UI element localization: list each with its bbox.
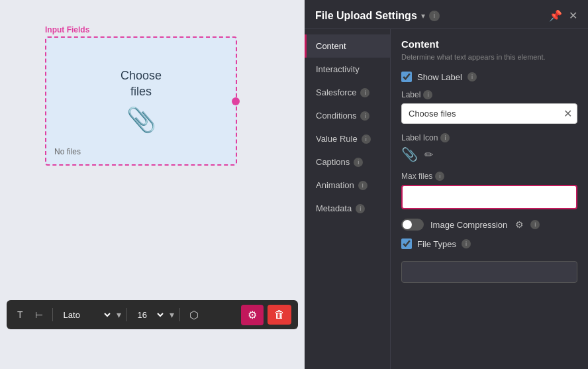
gear-small-icon: ⚙	[515, 219, 524, 230]
label-icon-section: Label Icon i 📎 ✏	[401, 133, 577, 162]
sidebar-item-animation[interactable]: Animation i	[305, 174, 390, 197]
file-types-input[interactable]	[401, 261, 577, 283]
max-files-info-icon[interactable]: i	[435, 172, 444, 181]
panel-header: File Upload Settings ▾ i 📌 ✕	[305, 0, 588, 29]
content-subtitle: Determine what text appears in this elem…	[401, 52, 577, 62]
metadata-badge: i	[356, 204, 365, 213]
align-icon: ⊢	[35, 309, 43, 320]
text-icon: T	[17, 309, 23, 320]
show-label-checkbox[interactable]	[401, 72, 412, 82]
max-files-input[interactable]	[403, 187, 575, 207]
chevron-down-icon-3[interactable]: ▾	[421, 11, 425, 21]
align-button[interactable]: ⊢	[31, 307, 47, 323]
toolbar-separator-2	[126, 308, 127, 321]
sidebar-item-metadata-label: Metadata	[316, 203, 352, 213]
file-types-checkbox[interactable]	[401, 238, 412, 249]
show-label-info-icon[interactable]: i	[467, 72, 477, 81]
sidebar-item-conditions[interactable]: Conditions i	[305, 104, 390, 127]
trash-icon: 🗑	[274, 309, 285, 320]
font-size-select[interactable]: 16 12 14 18 24	[132, 308, 166, 322]
label-input[interactable]	[401, 103, 577, 124]
image-compression-label: Image Compression	[430, 220, 507, 230]
text-type-button[interactable]: T	[13, 307, 27, 323]
sidebar-item-content[interactable]: Content	[305, 34, 390, 58]
panel-sidebar: Content Interactivity Salesforce i Condi…	[305, 29, 391, 369]
edit-icon-button[interactable]: ✏	[424, 148, 433, 161]
file-types-section: File Types i	[401, 238, 577, 283]
toggle-knob	[403, 220, 412, 229]
panel-title: File Upload Settings	[315, 10, 417, 22]
settings-button[interactable]: ⚙	[241, 305, 264, 325]
toolbar-separator-3	[179, 308, 180, 321]
file-upload-widget[interactable]: Choose files 📎 No files	[45, 36, 237, 166]
external-link-icon: ⬡	[189, 309, 199, 321]
label-icon-display-row: 📎 ✏	[401, 146, 577, 162]
image-compression-info-icon[interactable]: i	[530, 220, 540, 229]
sidebar-item-captions-label: Captions	[316, 157, 350, 167]
value-rule-badge: i	[362, 134, 371, 144]
sidebar-item-content-label: Content	[316, 41, 346, 51]
chevron-down-icon: ▾	[117, 309, 121, 320]
max-files-input-wrapper	[401, 185, 577, 209]
panel-header-icons: 📌 ✕	[549, 9, 577, 22]
conditions-badge: i	[360, 111, 369, 121]
widget-text: Choose files	[121, 68, 162, 99]
font-family-select[interactable]: Lato Arial Helvetica	[58, 308, 113, 322]
panel-title-row: File Upload Settings ▾ i	[315, 10, 440, 22]
show-label-row: Show Label i	[401, 72, 577, 82]
pin-icon-button[interactable]: 📌	[549, 9, 562, 22]
panel-info-icon[interactable]: i	[429, 11, 440, 21]
label-icon-info-icon[interactable]: i	[440, 133, 450, 142]
panel-content: Content Determine what text appears in t…	[391, 29, 588, 369]
panel-body: Content Interactivity Salesforce i Condi…	[305, 29, 588, 369]
sidebar-item-animation-label: Animation	[316, 180, 354, 190]
file-types-info-icon[interactable]: i	[462, 239, 471, 248]
sidebar-item-value-rule[interactable]: Value Rule i	[305, 127, 390, 150]
external-link-button[interactable]: ⬡	[185, 306, 203, 324]
sidebar-item-value-rule-label: Value Rule	[316, 134, 358, 144]
max-files-section: Max files i	[401, 172, 577, 209]
image-compression-row: Image Compression ⚙ i	[401, 219, 577, 231]
toolbar: T ⊢ Lato Arial Helvetica ▾ 16 12 14 18 2…	[7, 300, 298, 329]
sidebar-item-interactivity[interactable]: Interactivity	[305, 58, 390, 81]
gear-icon: ⚙	[248, 309, 257, 321]
chevron-down-icon-2: ▾	[170, 309, 174, 320]
sidebar-item-salesforce[interactable]: Salesforce i	[305, 81, 390, 104]
right-panel: File Upload Settings ▾ i 📌 ✕ Content Int…	[305, 0, 588, 369]
show-label-text: Show Label	[417, 72, 462, 82]
sidebar-item-conditions-label: Conditions	[316, 111, 356, 121]
label-info-icon[interactable]: i	[423, 90, 432, 99]
input-fields-label: Input Fields	[45, 25, 89, 34]
animation-badge: i	[358, 181, 368, 190]
sidebar-item-salesforce-label: Salesforce	[316, 87, 356, 97]
image-compression-toggle[interactable]	[401, 219, 424, 231]
sidebar-item-metadata[interactable]: Metadata i	[305, 197, 390, 220]
max-files-label-row: Max files i	[401, 172, 577, 181]
toolbar-separator-1	[52, 308, 53, 321]
paperclip-label-icon: 📎	[401, 146, 418, 162]
label-icon-label-row: Label Icon i	[401, 133, 577, 142]
close-button[interactable]: ✕	[569, 9, 577, 22]
file-types-row: File Types i	[401, 238, 577, 249]
max-files-label: Max files	[401, 172, 432, 181]
no-files-text: No files	[54, 147, 81, 156]
paperclip-icon: 📎	[126, 106, 156, 134]
label-icon-label: Label Icon	[401, 133, 438, 142]
salesforce-badge: i	[360, 88, 369, 97]
captions-badge: i	[354, 158, 363, 167]
delete-button[interactable]: 🗑	[268, 305, 291, 325]
label-input-wrapper: ✕	[401, 103, 577, 124]
sidebar-item-captions[interactable]: Captions i	[305, 150, 390, 174]
clear-label-button[interactable]: ✕	[564, 109, 572, 119]
label-field-label: Label	[401, 90, 420, 99]
content-title: Content	[401, 38, 577, 50]
file-types-label: File Types	[417, 239, 456, 249]
sidebar-item-interactivity-label: Interactivity	[316, 64, 360, 74]
resize-handle[interactable]	[232, 97, 240, 105]
label-field-label-row: Label i	[401, 90, 577, 99]
